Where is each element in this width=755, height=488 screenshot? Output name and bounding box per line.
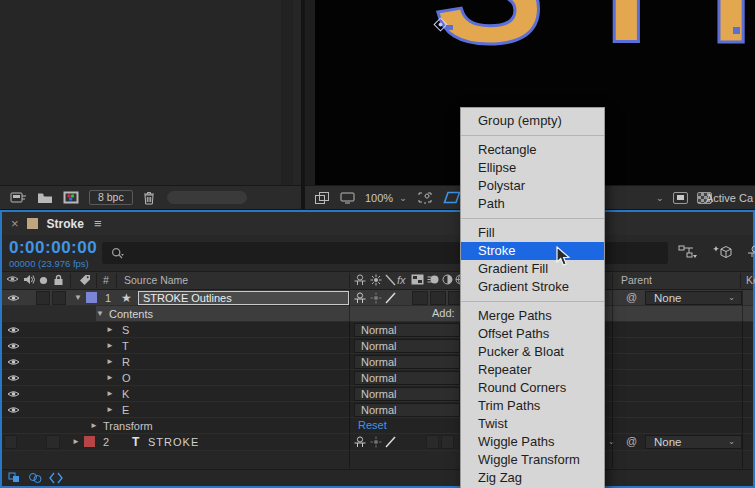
close-tab-icon[interactable]: × — [11, 216, 19, 231]
expand-triangle-icon[interactable]: ► — [106, 373, 114, 382]
region-of-interest-icon[interactable] — [417, 191, 433, 204]
anchor-point-icon[interactable] — [433, 17, 455, 33]
blend-mode-dropdown[interactable]: Normal — [354, 387, 460, 401]
adjustment-layer-icon[interactable] — [442, 274, 453, 285]
shape-group-row-r[interactable]: ►RNormal — [2, 354, 753, 370]
toggle-mask-path-visibility-icon[interactable] — [443, 191, 461, 204]
add-button[interactable]: Add: — [432, 307, 455, 319]
quality-switch-icon[interactable] — [385, 274, 396, 286]
transform-label[interactable]: Transform — [103, 420, 153, 432]
menu-item-zig-zag[interactable]: Zig Zag — [461, 469, 604, 487]
menu-item-wiggle-paths[interactable]: Wiggle Paths — [461, 433, 604, 451]
audio-column-icon[interactable] — [23, 274, 35, 285]
menu-item-path[interactable]: Path — [461, 195, 604, 213]
mini-flowchart-icon[interactable] — [678, 245, 698, 259]
label-column-icon[interactable] — [79, 274, 91, 286]
shy-switch-icon[interactable] — [354, 292, 366, 305]
menu-item-offset-paths[interactable]: Offset Paths — [461, 325, 604, 343]
keys-column-header[interactable]: Ke — [746, 274, 755, 286]
shape-group-row-k[interactable]: ►KNormal — [2, 386, 753, 402]
trash-icon[interactable] — [143, 191, 155, 205]
shape-group-name[interactable]: S — [122, 324, 129, 336]
contents-row[interactable]: ▼ Contents Add: — [2, 306, 753, 322]
magnification-dropdown[interactable]: 100% — [365, 192, 393, 204]
shape-group-name[interactable]: E — [122, 404, 129, 416]
collapse-triangle-icon[interactable]: ▼ — [74, 293, 82, 302]
parent-dropdown[interactable]: None⌄ — [645, 291, 742, 305]
quality-switch-icon[interactable] — [385, 292, 396, 304]
menu-item-gradient-fill[interactable]: Gradient Fill — [461, 260, 604, 278]
menu-item-polystar[interactable]: Polystar — [461, 177, 604, 195]
current-time-display[interactable]: 0:00:00:00 — [9, 238, 97, 258]
shape-group-name[interactable]: R — [122, 356, 130, 368]
menu-item-trim-paths[interactable]: Trim Paths — [461, 397, 604, 415]
collapse-triangle-icon[interactable]: ▼ — [96, 309, 104, 318]
expand-triangle-icon[interactable]: ► — [90, 421, 98, 430]
blur-cell[interactable] — [430, 291, 446, 305]
toggle-layer-switches-icon[interactable] — [8, 472, 22, 484]
menu-item-fill[interactable]: Fill — [461, 224, 604, 242]
index-column-header[interactable]: # — [103, 274, 109, 286]
contents-label[interactable]: Contents — [109, 308, 153, 320]
menu-item-group-empty-[interactable]: Group (empty) — [461, 112, 604, 130]
shape-group-row-e[interactable]: ►ENormal — [2, 402, 753, 418]
eye-icon[interactable] — [7, 293, 20, 303]
blend-mode-dropdown[interactable]: Normal — [354, 323, 460, 337]
new-composition-icon[interactable] — [63, 191, 79, 204]
chevron-down-icon[interactable]: ⌄ — [656, 193, 664, 203]
expand-triangle-icon[interactable]: ► — [106, 405, 114, 414]
shape-group-name[interactable]: T — [122, 340, 129, 352]
menu-item-round-corners[interactable]: Round Corners — [461, 379, 604, 397]
menu-item-stroke[interactable]: Stroke — [461, 242, 604, 260]
shy-switch-icon[interactable] — [354, 274, 366, 287]
layer-row-1[interactable]: ▼ 1 ★ STROKE Outlines — [2, 290, 753, 306]
bit-depth-button[interactable]: 8 bpc — [89, 190, 133, 205]
frame-blend-icon[interactable] — [411, 274, 424, 285]
collapse-transformations-icon[interactable] — [370, 436, 382, 448]
video-column-icon[interactable] — [6, 274, 19, 284]
collapse-transformations-icon[interactable] — [370, 292, 382, 304]
parent-pickwhip-icon[interactable]: @ — [626, 435, 637, 447]
fx-cell[interactable] — [426, 435, 439, 449]
parent-dropdown[interactable]: None⌄ — [645, 435, 742, 449]
draft-3d-icon[interactable] — [712, 245, 732, 260]
shy-layers-icon[interactable] — [748, 245, 755, 259]
transform-row[interactable]: ► Transform Reset — [2, 418, 753, 434]
chevron-down-icon[interactable]: ⌄ — [399, 193, 407, 203]
snapshot-icon[interactable] — [315, 192, 330, 204]
blend-mode-dropdown[interactable]: Normal — [354, 371, 460, 385]
eye-icon[interactable] — [7, 325, 20, 335]
menu-item-repeater[interactable]: Repeater — [461, 361, 604, 379]
menu-item-gradient-stroke[interactable]: Gradient Stroke — [461, 278, 604, 296]
layer-name[interactable]: STROKE Outlines — [138, 291, 349, 305]
shy-switch-icon[interactable] — [354, 436, 366, 449]
lock-cell[interactable] — [46, 435, 60, 449]
transform-reset-link[interactable]: Reset — [358, 419, 387, 431]
blend-mode-dropdown[interactable]: Normal — [354, 355, 460, 369]
blur-cell[interactable] — [441, 435, 454, 449]
selection-handle[interactable] — [733, 27, 740, 34]
solo-column-icon[interactable] — [39, 276, 48, 285]
menu-item-wiggle-transform[interactable]: Wiggle Transform — [461, 451, 604, 469]
eye-icon[interactable] — [7, 405, 20, 415]
blend-mode-dropdown[interactable]: Normal — [354, 403, 460, 417]
expand-triangle-icon[interactable]: ► — [106, 389, 114, 398]
show-channel-icon[interactable] — [340, 192, 355, 204]
fx-cell[interactable] — [412, 291, 428, 305]
lock-cell[interactable] — [52, 291, 66, 305]
expand-triangle-icon[interactable]: ► — [106, 325, 114, 334]
layer-name[interactable]: STROKE — [148, 436, 199, 448]
expand-triangle-icon[interactable]: ► — [106, 357, 114, 366]
shape-group-row-s[interactable]: ►SNormal — [2, 322, 753, 338]
shape-group-row-t[interactable]: ►TNormal — [2, 338, 753, 354]
layer-row-2[interactable]: ► 2 T STROKE ⌄ — [2, 434, 753, 451]
expand-triangle-icon[interactable]: ► — [72, 437, 80, 446]
active-camera-dropdown[interactable]: Active Ca — [706, 192, 753, 204]
panel-menu-icon[interactable]: ≡ — [94, 216, 102, 231]
new-folder-icon[interactable] — [37, 192, 53, 204]
menu-item-rectangle[interactable]: Rectangle — [461, 141, 604, 159]
project-scrollbar-track[interactable] — [281, 0, 293, 185]
timeline-tab-title[interactable]: Stroke — [47, 217, 84, 231]
solo-cell[interactable] — [36, 291, 50, 305]
parent-pickwhip-icon[interactable]: @ — [626, 291, 637, 303]
